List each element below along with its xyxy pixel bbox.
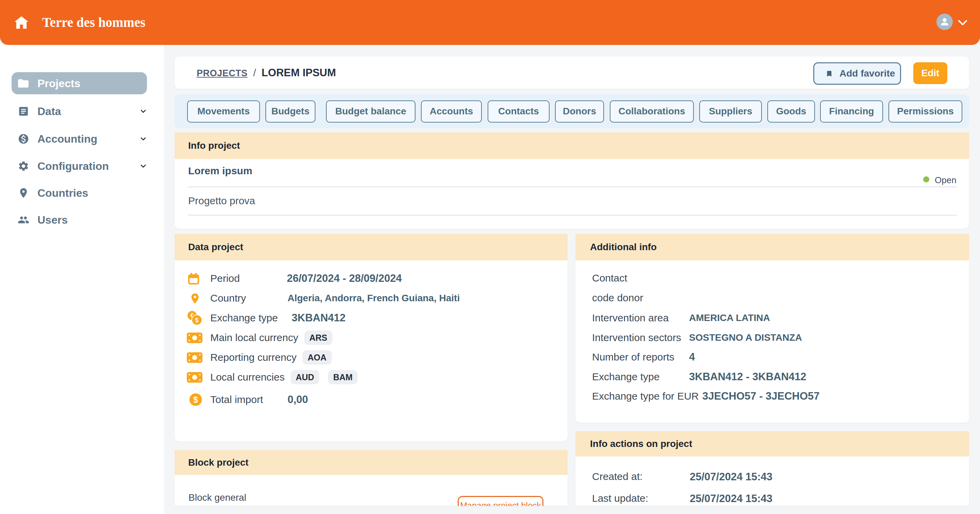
svg-text:$: $ <box>193 395 198 404</box>
svg-text:$: $ <box>195 317 199 324</box>
